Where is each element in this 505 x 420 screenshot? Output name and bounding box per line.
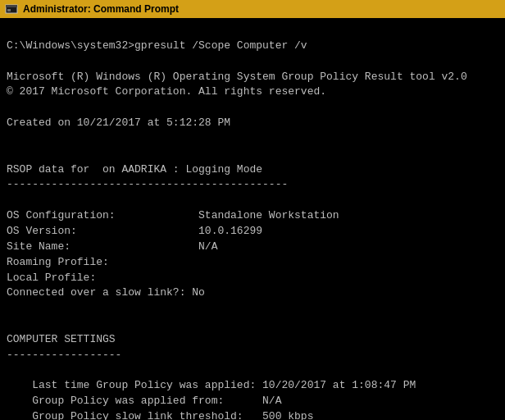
terminal-line [7,100,498,116]
terminal-line: RSOP data for on AADRIKA : Logging Mode [7,162,498,178]
terminal-line: ------------------ [7,348,498,363]
terminal-line [7,317,498,332]
terminal-line [7,193,498,208]
terminal-line [7,131,498,147]
terminal-line: © 2017 Microsoft Corporation. All rights… [7,84,498,100]
terminal-line: COMPUTER SETTINGS [7,332,498,348]
title-bar: Administrator: Command Prompt [0,0,505,18]
terminal-line: ----------------------------------------… [7,177,498,193]
terminal-line: Last time Group Policy was applied: 10/2… [7,378,498,394]
terminal-line: C:\Windows\system32>gpresult /Scope Comp… [7,39,498,54]
terminal-line: Connected over a slow link?: No [7,285,498,301]
terminal-line [7,363,498,379]
terminal-line: Microsoft (R) Windows (R) Operating Syst… [7,70,498,85]
terminal-line [7,301,498,317]
terminal-line: Group Policy slow link threshold: 500 kb… [7,409,498,420]
terminal-line [7,54,498,70]
window-icon [5,2,18,16]
window-title: Administrator: Command Prompt [23,3,500,15]
terminal-line: Site Name: N/A [7,240,498,255]
terminal-line: Created on 10/21/2017 at 5:12:28 PM [7,116,498,131]
svg-rect-2 [7,9,11,11]
terminal-line: Roaming Profile: [7,255,498,271]
terminal-line: Local Profile: [7,271,498,286]
svg-rect-1 [6,5,17,7]
terminal-line [7,147,498,162]
terminal-line: Group Policy was applied from: N/A [7,394,498,409]
terminal-body[interactable]: C:\Windows\system32>gpresult /Scope Comp… [0,18,505,420]
terminal-line: OS Configuration: Standalone Workstation [7,208,498,224]
terminal-line: OS Version: 10.0.16299 [7,224,498,240]
